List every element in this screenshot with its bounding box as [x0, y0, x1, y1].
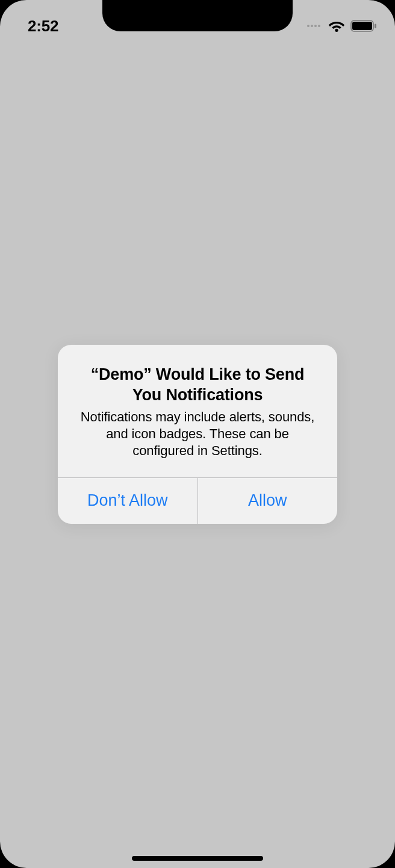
alert-body: “Demo” Would Like to Send You Notificati… — [58, 345, 337, 477]
battery-icon — [350, 20, 377, 32]
status-indicators — [307, 10, 377, 32]
home-indicator[interactable] — [132, 856, 263, 861]
device-frame: 2:52 — [0, 0, 395, 868]
wifi-icon — [328, 20, 345, 32]
svg-rect-3 — [375, 24, 376, 28]
alert-title: “Demo” Would Like to Send You Notificati… — [75, 364, 320, 405]
dont-allow-button[interactable]: Don’t Allow — [58, 478, 198, 524]
alert-buttons: Don’t Allow Allow — [58, 477, 337, 524]
cellular-dots-icon — [307, 25, 320, 27]
svg-rect-2 — [352, 22, 372, 30]
svg-point-0 — [335, 29, 338, 32]
notch — [102, 0, 293, 31]
notification-permission-alert: “Demo” Would Like to Send You Notificati… — [58, 345, 337, 524]
allow-button[interactable]: Allow — [198, 478, 338, 524]
screen: 2:52 — [0, 0, 395, 868]
status-time: 2:52 — [28, 7, 58, 36]
alert-backdrop: “Demo” Would Like to Send You Notificati… — [0, 0, 395, 868]
alert-message: Notifications may include alerts, sounds… — [75, 409, 320, 459]
